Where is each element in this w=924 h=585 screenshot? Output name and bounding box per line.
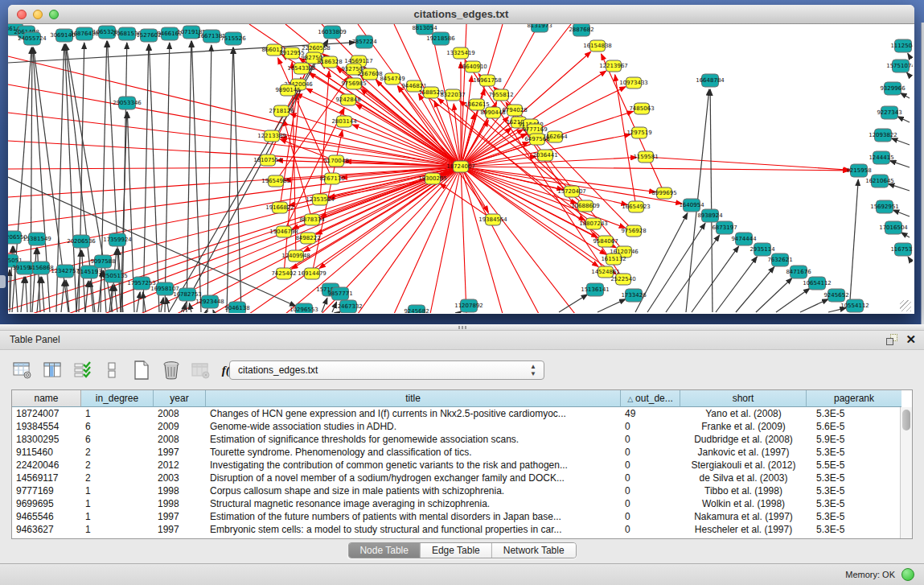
graph-node[interactable]: 13325419: [446, 47, 475, 59]
cell-out_degree[interactable]: 0: [621, 523, 680, 536]
cell-pagerank[interactable]: 5.3E-5: [807, 446, 901, 459]
cell-out_degree[interactable]: 0: [621, 497, 680, 510]
graph-node[interactable]: 16210645: [865, 175, 894, 187]
graph-node[interactable]: 9756928: [621, 225, 646, 237]
cell-title[interactable]: Corpus callosum shape and size in male p…: [206, 484, 621, 497]
cell-in_degree[interactable]: 1: [81, 497, 154, 510]
cell-year[interactable]: 1997: [154, 523, 206, 536]
graph-node[interactable]: 9046138: [224, 302, 249, 313]
cell-year[interactable]: 2003: [154, 472, 206, 484]
graph-node[interactable]: 16654923: [622, 201, 651, 212]
cell-title[interactable]: Investigating the contribution of common…: [206, 459, 621, 472]
cell-title[interactable]: Estimation of the future numbers of pati…: [206, 510, 621, 523]
graph-node[interactable]: 1244415: [869, 151, 893, 164]
graph-node[interactable]: 8322037: [440, 89, 465, 101]
graph-node[interactable]: 10554112: [840, 299, 869, 312]
table-vertical-scrollbar[interactable]: [900, 407, 912, 538]
graph-node[interactable]: 1159581: [633, 151, 658, 163]
graph-node[interactable]: 19384554: [478, 214, 507, 225]
graph-node[interactable]: 17359924: [103, 233, 132, 246]
graph-node[interactable]: 16033809: [318, 26, 347, 39]
window-titlebar[interactable]: citations_edges.txt: [8, 5, 914, 24]
graph-node[interactable]: 8878334: [299, 214, 325, 225]
cell-title[interactable]: Estimation of significance thresholds fo…: [206, 433, 621, 446]
cell-year[interactable]: 1997: [154, 510, 206, 523]
graph-node[interactable]: 16543382: [287, 63, 316, 74]
table-row[interactable]: 1830029562008Estimation of significance …: [12, 433, 912, 446]
cell-name[interactable]: 9465546: [12, 510, 81, 523]
network-canvas[interactable]: 1872400718300295866012889129552226055898…: [8, 24, 913, 313]
cell-pagerank[interactable]: 5.9E-5: [807, 433, 901, 446]
column-header-title[interactable]: title: [206, 390, 621, 407]
cell-in_degree[interactable]: 1: [81, 484, 154, 497]
table-row[interactable]: 946362711997Embryonic stem cells: a mode…: [12, 523, 912, 536]
table-row[interactable]: 1872400712008Changes of HCN gene express…: [12, 407, 912, 420]
cell-pagerank[interactable]: 5.5E-5: [807, 459, 901, 472]
minimize-window-button[interactable]: [33, 10, 43, 19]
cell-out_degree[interactable]: 0: [621, 446, 680, 459]
cell-title[interactable]: Tourette syndrome. Phenomenology and cla…: [206, 446, 621, 459]
graph-node[interactable]: 6873197: [712, 221, 737, 234]
cell-short[interactable]: Tibbo et al. (1998): [680, 484, 807, 497]
cell-name[interactable]: 19384554: [12, 420, 81, 433]
table-row[interactable]: 977716911998Corpus callosum shape and si…: [12, 484, 912, 497]
cell-year[interactable]: 2008: [154, 407, 206, 420]
close-panel-icon[interactable]: ✕: [906, 334, 916, 345]
cell-name[interactable]: 9115460: [12, 446, 81, 459]
graph-node[interactable]: 12093822: [869, 129, 897, 142]
cell-pagerank[interactable]: 5.6E-5: [807, 420, 901, 433]
column-header-name[interactable]: name: [12, 390, 81, 407]
memory-ok-indicator[interactable]: [901, 568, 914, 581]
graph-node[interactable]: 2935114: [749, 243, 775, 256]
cell-name[interactable]: 9777169: [12, 484, 81, 497]
cell-out_degree[interactable]: 0: [621, 420, 680, 433]
cell-pagerank[interactable]: 5.3E-5: [807, 407, 901, 420]
cell-year[interactable]: 1998: [154, 497, 206, 510]
graph-node[interactable]: 15751074: [886, 60, 913, 72]
graph-node[interactable]: 10654112: [803, 277, 832, 290]
table-row[interactable]: 969969511998Structural magnetic resonanc…: [12, 497, 912, 510]
column-header-short[interactable]: short: [680, 390, 807, 407]
cell-pagerank[interactable]: 5.3E-5: [807, 484, 901, 497]
graph-node[interactable]: 8131973: [527, 24, 552, 32]
graph-node[interactable]: 9245682: [404, 305, 429, 313]
citation-network-graph[interactable]: 1872400718300295866012889129552226055898…: [8, 24, 913, 313]
graph-node[interactable]: 1167533: [890, 243, 913, 256]
cell-pagerank[interactable]: 5.3E-5: [807, 497, 901, 510]
graph-node[interactable]: 16961758: [473, 75, 502, 86]
cell-short[interactable]: Jankovic et al. (1997): [680, 446, 807, 459]
cell-out_degree[interactable]: 0: [621, 459, 680, 472]
tab-node-table[interactable]: Node Table: [348, 543, 421, 558]
cell-in_degree[interactable]: 2: [81, 459, 154, 472]
graph-node[interactable]: 8999695: [651, 187, 676, 199]
graph-node[interactable]: 1640954: [679, 199, 704, 212]
cell-pagerank[interactable]: 5.3E-5: [807, 510, 901, 523]
cell-title[interactable]: Structural magnetic resonance image aver…: [206, 497, 621, 510]
cell-title[interactable]: Embryonic stem cells: a model to study s…: [206, 523, 621, 536]
graph-node[interactable]: 9242848: [335, 94, 360, 105]
network-view-window[interactable]: citations_edges.txt 18724007183002958660…: [8, 5, 914, 314]
graph-node[interactable]: 7485063: [629, 103, 654, 114]
cell-pagerank[interactable]: 5.3E-5: [807, 472, 901, 484]
graph-node[interactable]: 2887682: [569, 24, 593, 36]
graph-node[interactable]: 15720407: [557, 186, 586, 197]
graph-node[interactable]: 16648784: [696, 74, 725, 87]
window-resize-grip[interactable]: [900, 300, 911, 311]
cell-year[interactable]: 2012: [154, 459, 206, 472]
graph-node[interactable]: 7425402: [271, 268, 296, 279]
cell-name[interactable]: 22420046: [12, 459, 81, 472]
graph-node[interactable]: 15136141: [581, 283, 610, 296]
cell-name[interactable]: 14569117: [12, 472, 81, 484]
cell-out_degree[interactable]: 49: [621, 407, 680, 420]
graph-node[interactable]: 8938924: [697, 209, 723, 222]
graph-node[interactable]: 6794028: [502, 105, 527, 116]
cell-in_degree[interactable]: 6: [81, 433, 154, 446]
cell-year[interactable]: 1998: [154, 484, 206, 497]
select-columns-button[interactable]: [71, 360, 93, 381]
cell-year[interactable]: 1997: [154, 446, 206, 459]
table-row[interactable]: 946554611997Estimation of the future num…: [12, 510, 912, 523]
show-columns-button[interactable]: [41, 360, 64, 381]
graph-node[interactable]: 19654985: [261, 175, 290, 187]
cell-title[interactable]: Disruption of a novel member of a sodium…: [206, 472, 621, 484]
cell-short[interactable]: Yano et al. (2008): [680, 407, 807, 420]
